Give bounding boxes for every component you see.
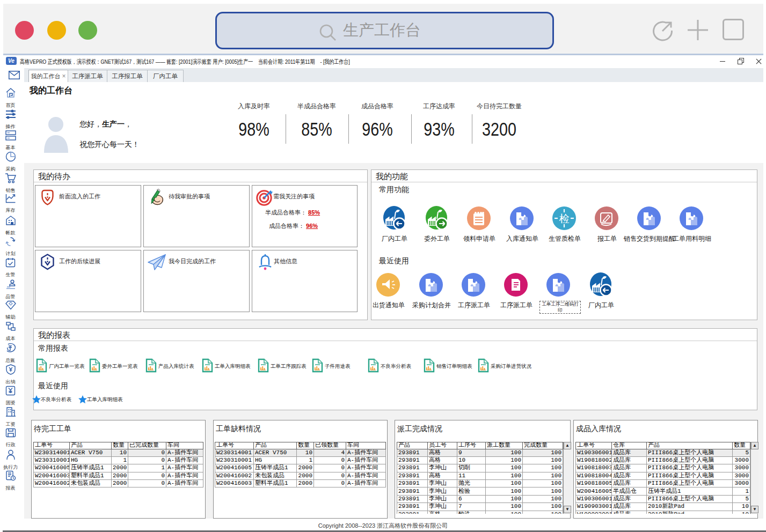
svg-text:检: 检 — [559, 213, 570, 224]
